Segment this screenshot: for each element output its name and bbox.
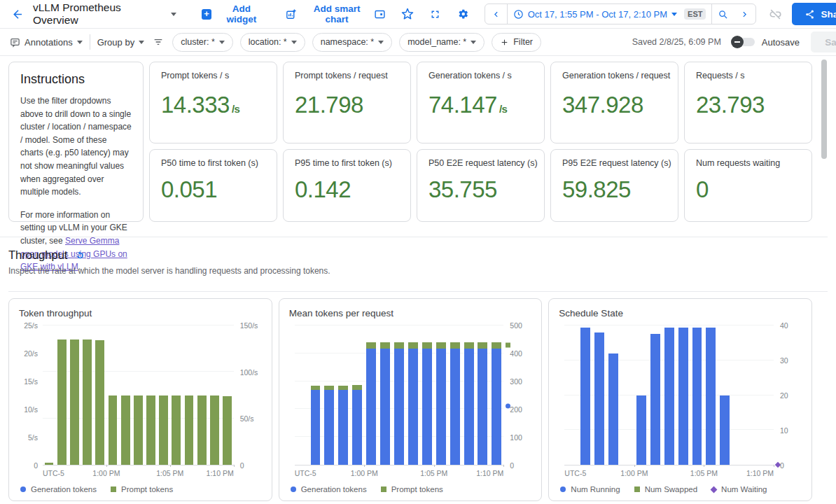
bar bbox=[636, 396, 646, 465]
x-axis: UTC-51:00 PM1:05 PM1:10 PM bbox=[295, 468, 504, 478]
save-button[interactable]: Save bbox=[811, 31, 836, 52]
filter-list-icon bbox=[153, 36, 164, 48]
bar bbox=[83, 340, 92, 465]
bar bbox=[352, 390, 362, 465]
scorecard-p95-ttft: P95 time to first token (s) 0.142 bbox=[283, 149, 411, 222]
scorecard-label: P50 time to first token (s) bbox=[161, 158, 265, 168]
top-app-bar: vLLM Prometheus Overview + Add widget Ad… bbox=[0, 0, 836, 29]
chart-legend: Generation tokensPrompt tokens bbox=[20, 485, 262, 493]
scorecard-label: Prompt tokens / request bbox=[295, 71, 399, 80]
axis-tick-label: 30 bbox=[780, 356, 788, 365]
add-widget-button[interactable]: + Add widget bbox=[202, 4, 267, 24]
legend-item-prompt-tokens[interactable]: Prompt tokens bbox=[381, 485, 443, 493]
scorecard-label: Prompt tokens / s bbox=[161, 71, 265, 80]
bar bbox=[338, 386, 348, 391]
chart-title: Token throughput bbox=[19, 308, 262, 318]
scorecard-label: P95 time to first token (s) bbox=[295, 158, 399, 168]
filter-list-button[interactable] bbox=[151, 35, 165, 49]
fullscreen-button[interactable] bbox=[428, 7, 443, 22]
filter-chip-location[interactable]: location: * bbox=[240, 33, 305, 52]
share-icon bbox=[804, 9, 815, 20]
axis-tick-label: 20 bbox=[780, 391, 788, 400]
filter-chip-model-name[interactable]: model_name: * bbox=[399, 33, 485, 52]
bar bbox=[185, 396, 194, 465]
time-forward-button[interactable] bbox=[734, 4, 755, 24]
scorecard-value: 0.142 bbox=[295, 176, 399, 203]
legend-item-generation-tokens[interactable]: Generation tokens bbox=[291, 485, 367, 493]
filter-toolbar: Annotations Group by cluster: * location… bbox=[0, 29, 836, 56]
bar bbox=[324, 386, 334, 391]
time-range-picker[interactable]: Oct 17, 1:55 PM - Oct 17, 2:10 PM EST bbox=[508, 4, 712, 24]
plot-area[interactable] bbox=[295, 326, 504, 465]
scorecard-value: 21.798 bbox=[295, 92, 399, 118]
legend-item-generation-tokens[interactable]: Generation tokens bbox=[20, 485, 97, 493]
y-axis-left bbox=[559, 326, 564, 465]
axis-tick-label: 1:05 PM bbox=[156, 469, 183, 477]
x-axis: UTC-51:00 PM1:05 PM1:10 PM bbox=[564, 468, 774, 478]
filter-chip-cluster[interactable]: cluster: * bbox=[172, 33, 233, 52]
dashboard-title-menu[interactable]: vLLM Prometheus Overview bbox=[33, 1, 176, 27]
scorecard-label: P95 E2E request latency (s) bbox=[562, 158, 667, 168]
tv-mode-button[interactable] bbox=[372, 7, 387, 22]
axis-tick-label: UTC-5 bbox=[43, 469, 64, 477]
y-axis-left: 05/s10/s15/s20/s25/s bbox=[19, 326, 43, 465]
bar bbox=[121, 396, 130, 465]
share-button[interactable]: Share bbox=[792, 3, 836, 25]
axis-tick-label: 100 bbox=[510, 433, 522, 442]
axis-tick-label: 0 bbox=[510, 461, 514, 470]
axis-tick-label: 5/s bbox=[28, 433, 38, 442]
back-button[interactable] bbox=[10, 6, 26, 22]
chevron-down-icon bbox=[671, 13, 677, 16]
axis-tick-label: 50/s bbox=[240, 414, 254, 423]
instructions-widget: Instructions Use the filter dropdowns ab… bbox=[8, 62, 144, 222]
legend-item-num-swapped[interactable]: Num Swapped bbox=[634, 485, 697, 493]
bar bbox=[324, 390, 334, 465]
chart-title: Mean tokens per request bbox=[289, 308, 532, 318]
bar bbox=[159, 396, 168, 465]
y-axis-right: 0100200300400500 bbox=[503, 326, 531, 465]
diamond-legend-marker-icon bbox=[711, 486, 718, 493]
axis-tick-label: 100/s bbox=[240, 368, 258, 377]
favorite-button[interactable] bbox=[400, 6, 415, 22]
chevron-left-icon bbox=[491, 9, 501, 20]
plot-area[interactable] bbox=[564, 326, 774, 465]
legend-label: Generation tokens bbox=[301, 485, 367, 493]
bar bbox=[146, 396, 155, 465]
bar bbox=[197, 396, 207, 465]
plot-area[interactable] bbox=[43, 326, 234, 465]
bar bbox=[664, 328, 674, 465]
axis-tick-label: 1:00 PM bbox=[92, 469, 120, 477]
unlink-time-button[interactable] bbox=[767, 6, 783, 22]
add-smart-chart-icon bbox=[285, 8, 297, 20]
filter-chip-namespace[interactable]: namespace: * bbox=[312, 33, 392, 52]
scorecard-value: 0.051 bbox=[161, 176, 265, 203]
settings-button[interactable] bbox=[455, 6, 471, 22]
group-by-button[interactable]: Group by bbox=[97, 37, 144, 48]
scrollbar-thumb[interactable] bbox=[821, 59, 827, 159]
autosave-toggle[interactable] bbox=[731, 36, 756, 48]
scorecard-generation-tokens-per-request: Generation tokens / request 347.928 bbox=[550, 62, 678, 144]
bar bbox=[408, 349, 418, 465]
axis-tick-label: 1:05 PM bbox=[690, 469, 718, 477]
axis-tick bbox=[434, 465, 435, 467]
legend-item-num-running[interactable]: Num Running bbox=[560, 485, 620, 493]
time-back-button[interactable] bbox=[485, 4, 507, 24]
bar bbox=[450, 349, 460, 465]
bar bbox=[134, 396, 143, 465]
legend-item-prompt-tokens[interactable]: Prompt tokens bbox=[111, 485, 173, 493]
axis-tick-label: UTC-5 bbox=[564, 469, 586, 477]
scorecard-num-requests-waiting: Num requests waiting 0 bbox=[684, 149, 812, 222]
add-filter-chip[interactable]: Filter bbox=[492, 33, 541, 52]
bar bbox=[580, 328, 590, 465]
autosave-label: Autosave bbox=[762, 37, 800, 48]
axis-tick-label: 1:10 PM bbox=[476, 469, 503, 477]
chart-token-throughput: Token throughput 05/s10/s15/s20/s25/s 05… bbox=[8, 298, 272, 501]
annotations-button[interactable]: Annotations bbox=[10, 37, 83, 48]
time-range-control: Oct 17, 1:55 PM - Oct 17, 2:10 PM EST bbox=[485, 4, 757, 24]
bar bbox=[408, 342, 418, 349]
chevron-down-icon bbox=[471, 41, 476, 44]
add-smart-chart-button[interactable]: Add smart chart bbox=[285, 4, 372, 24]
time-search-button[interactable] bbox=[712, 4, 734, 24]
legend-item-num-waiting[interactable]: Num Waiting bbox=[711, 485, 767, 493]
sync-icon[interactable] bbox=[74, 248, 87, 262]
